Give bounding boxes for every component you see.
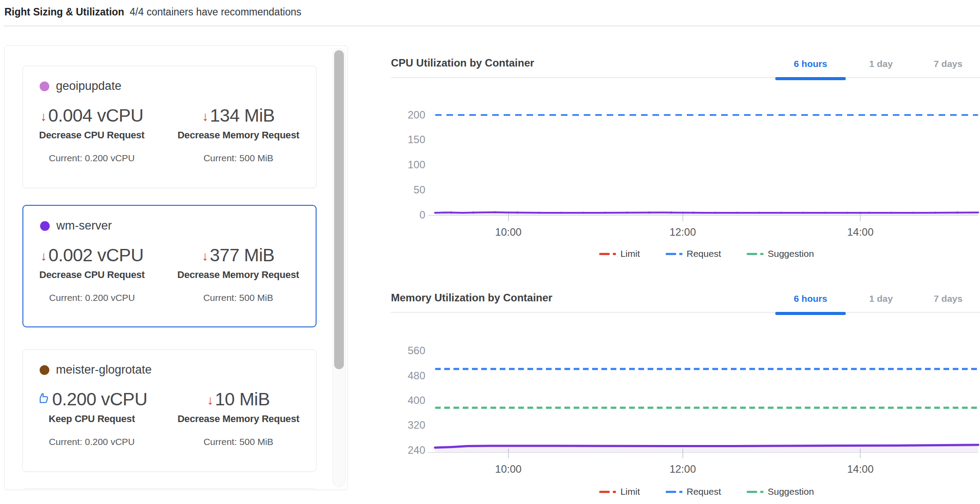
tab-1-day[interactable]: 1 day [846, 50, 916, 78]
memory-value-text: 134 MiB [210, 105, 275, 126]
decrease-arrow-icon: ↓ [202, 110, 208, 123]
y-tick-label: 480 [408, 370, 425, 382]
y-tick-label: 50 [413, 184, 425, 196]
container-card-meister-glogrotate[interactable]: meister-glogrotate 0.200 vCPU Keep CPU R… [22, 349, 317, 472]
memory-value-text: 377 MiB [210, 245, 275, 266]
container-color-dot [40, 365, 49, 375]
cpu-recommended-value: 0.200 vCPU [23, 389, 161, 410]
y-axis-labels: 200150100500 [391, 98, 425, 216]
right-sizing-page: Right Sizing & Utilization 4/4 container… [0, 0, 980, 504]
tab-7-days[interactable]: 7 days [916, 285, 980, 313]
y-tick-label: 240 [408, 444, 425, 456]
legend-label: Request [687, 248, 721, 259]
cpu-action-label: Keep CPU Request [23, 413, 161, 425]
memory-action-label: Decrease Memory Request [161, 269, 316, 281]
container-color-dot [40, 82, 49, 91]
header-divider [4, 26, 980, 26]
legend-item-request[interactable]: Request [666, 248, 721, 259]
container-name: wm-server [56, 219, 112, 233]
legend-label: Limit [620, 248, 640, 259]
request-dash-icon [666, 491, 682, 493]
tab-1-day[interactable]: 1 day [846, 285, 916, 313]
legend-item-suggestion[interactable]: Suggestion [747, 486, 814, 497]
cpu-utilization-chart: CPU Utilization by Container 6 hours 1 d… [391, 50, 980, 272]
container-card-wm-server[interactable]: wm-server ↓ 0.002 vCPU Decrease CPU Requ… [22, 205, 317, 327]
chart-header: Memory Utilization by Container 6 hours … [391, 285, 980, 313]
chart-title: Memory Utilization by Container [391, 292, 553, 304]
memory-utilization-chart: Memory Utilization by Container 6 hours … [391, 285, 980, 504]
y-tick-label: 0 [420, 209, 425, 221]
legend-item-limit[interactable]: Limit [599, 248, 640, 259]
panel-scrollbar[interactable] [332, 48, 346, 487]
limit-dash-icon [599, 253, 616, 255]
y-tick-label: 100 [408, 159, 425, 171]
x-tick-label: 10:00 [495, 226, 522, 238]
recommendations: ↓ 0.002 vCPU Decrease CPU Request Curren… [23, 245, 316, 303]
legend-label: Suggestion [768, 248, 814, 259]
cpu-current-label: Current: 0.200 vCPU [23, 437, 161, 447]
page-title-text: Right Sizing & Utilization [4, 6, 124, 18]
axis-tick [428, 215, 435, 216]
time-range-tabs: 6 hours 1 day 7 days [775, 50, 980, 78]
scrollbar-thumb[interactable] [334, 50, 344, 369]
y-tick-label: 150 [408, 133, 425, 146]
x-tick-label: 12:00 [670, 226, 696, 238]
memory-recommended-value: ↓ 134 MiB [161, 105, 316, 126]
plot-area [435, 98, 978, 216]
decrease-arrow-icon: ↓ [40, 110, 46, 123]
container-color-dot [40, 221, 50, 231]
chart-legend: LimitRequestSuggestion [435, 248, 978, 259]
memory-value-text: 10 MiB [215, 389, 270, 410]
tab-6-hours[interactable]: 6 hours [775, 285, 846, 313]
limit-dash-icon [599, 491, 616, 493]
legend-label: Suggestion [768, 486, 814, 497]
cpu-recommendation: ↓ 0.002 vCPU Decrease CPU Request Curren… [23, 245, 161, 303]
memory-recommendation: ↓ 134 MiB Decrease Memory Request Curren… [161, 105, 316, 163]
memory-current-label: Current: 500 MiB [161, 293, 316, 303]
cpu-action-label: Decrease CPU Request [23, 269, 161, 281]
y-tick-label: 560 [408, 345, 425, 357]
x-tick-label: 10:00 [495, 463, 522, 475]
request-dash-icon [666, 253, 682, 255]
containers-panel: geoipupdate ↓ 0.004 vCPU Decrease CPU Re… [4, 45, 348, 490]
container-card-partial[interactable] [22, 488, 317, 490]
memory-current-label: Current: 500 MiB [161, 153, 316, 163]
x-tick-label: 12:00 [670, 463, 696, 475]
y-axis-labels: 560480400320240 [391, 338, 425, 453]
x-axis-labels: 10:0012:0014:00 [435, 220, 978, 237]
container-card-geoipupdate[interactable]: geoipupdate ↓ 0.004 vCPU Decrease CPU Re… [22, 66, 317, 188]
cpu-recommended-value: ↓ 0.004 vCPU [23, 105, 161, 126]
recommendations: ↓ 0.004 vCPU Decrease CPU Request Curren… [23, 105, 316, 163]
x-tick-label: 14:00 [847, 463, 873, 475]
y-tick-label: 320 [408, 419, 425, 431]
decrease-arrow-icon: ↓ [41, 250, 47, 263]
memory-recommended-value: ↓ 377 MiB [161, 245, 316, 266]
chart-header: CPU Utilization by Container 6 hours 1 d… [391, 50, 980, 78]
y-tick-label: 200 [408, 109, 425, 121]
tab-6-hours[interactable]: 6 hours [775, 50, 846, 78]
x-axis-labels: 10:0012:0014:00 [435, 457, 978, 474]
legend-label: Limit [620, 486, 640, 497]
legend-item-suggestion[interactable]: Suggestion [747, 248, 814, 259]
card-header: wm-server [40, 219, 316, 233]
tab-7-days[interactable]: 7 days [916, 50, 980, 78]
cpu-value-text: 0.004 vCPU [48, 105, 143, 126]
cpu-current-label: Current: 0.200 vCPU [23, 153, 161, 163]
chart-legend: LimitRequestSuggestion [435, 486, 978, 497]
x-tick-label: 14:00 [847, 226, 873, 238]
legend-item-limit[interactable]: Limit [599, 486, 640, 497]
suggestion-dash-icon [747, 491, 763, 493]
decrease-arrow-icon: ↓ [207, 394, 213, 407]
chart-title: CPU Utilization by Container [391, 57, 534, 69]
card-header: meister-glogrotate [40, 363, 316, 377]
cpu-recommendation: ↓ 0.004 vCPU Decrease CPU Request Curren… [23, 105, 161, 163]
container-name: geoipupdate [56, 79, 122, 93]
memory-current-label: Current: 500 MiB [161, 437, 316, 447]
legend-item-request[interactable]: Request [666, 486, 721, 497]
cpu-current-label: Current: 0.200 vCPU [23, 293, 161, 303]
legend-label: Request [687, 486, 721, 497]
memory-recommended-value: ↓ 10 MiB [161, 389, 316, 410]
memory-action-label: Decrease Memory Request [161, 130, 316, 141]
y-tick-label: 400 [408, 394, 425, 407]
card-header: geoipupdate [40, 79, 316, 93]
